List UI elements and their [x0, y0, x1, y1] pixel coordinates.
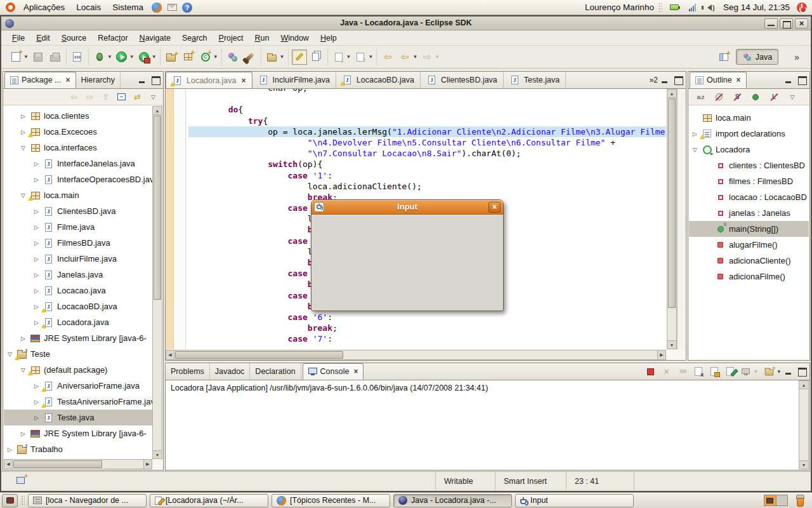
outline-item[interactable]: main(String[])	[689, 221, 809, 237]
open-type-icon[interactable]	[225, 50, 240, 65]
maximize-button[interactable]	[780, 18, 793, 29]
editor-tab-ClientesBD.java[interactable]: ClientesBD.java	[421, 72, 504, 88]
expand-arrow-icon[interactable]: ▷	[6, 446, 13, 453]
debug-icon[interactable]	[92, 50, 107, 65]
view-menu-icon[interactable]: ▽	[148, 92, 158, 102]
show-desktop-button[interactable]	[2, 494, 18, 507]
new-package-icon[interactable]	[181, 50, 196, 65]
outline-item[interactable]: adicionaFilme()	[689, 269, 809, 284]
outline-item[interactable]: ▽Locadora	[689, 142, 809, 157]
new-wizard-icon[interactable]	[8, 50, 23, 65]
menu-navigate[interactable]: Navigate	[134, 34, 176, 43]
outline-item[interactable]: filmes : FilmesBD	[689, 173, 809, 189]
package-explorer-item[interactable]: ▷AniversarioFrame.java	[4, 378, 152, 394]
tab-declaration[interactable]: Declaration	[250, 363, 301, 380]
tab-problems[interactable]: Problems	[166, 363, 210, 380]
gnome-menu-locais[interactable]: Locais	[70, 0, 107, 15]
view-menu-icon[interactable]: ▽	[788, 92, 797, 102]
binary-file-icon[interactable]	[70, 50, 85, 65]
expand-arrow-icon[interactable]: ▷	[33, 399, 40, 405]
maximize-view-icon[interactable]	[797, 76, 806, 84]
gnome-menu-aplicações[interactable]: Aplicações	[18, 0, 70, 15]
expand-arrow-icon[interactable]: ▷	[691, 131, 698, 137]
dialog-close-icon[interactable]: ×	[488, 202, 501, 213]
package-explorer-item[interactable]: ▷Locadora.java	[4, 314, 152, 330]
network-signal-icon[interactable]	[688, 4, 697, 11]
search-icon[interactable]	[242, 50, 258, 65]
editor-tab-LocacaoBD.java[interactable]: LocacaoBD.java	[336, 72, 421, 88]
scroll-lock-icon[interactable]	[709, 366, 719, 377]
minimize-button[interactable]	[764, 18, 778, 29]
menu-refactor[interactable]: Refactor	[92, 34, 133, 43]
external-tools-icon[interactable]	[136, 50, 152, 65]
minimize-view-icon[interactable]	[660, 76, 669, 84]
hide-local-types-icon[interactable]	[769, 92, 779, 102]
ubuntu-logo-icon[interactable]	[4, 2, 16, 13]
previous-annotation-icon[interactable]	[353, 50, 368, 65]
volume-icon[interactable]: )	[705, 2, 717, 13]
maximize-view-icon[interactable]	[151, 76, 160, 84]
expand-arrow-icon[interactable]: ▷	[33, 256, 40, 262]
expand-arrow-icon[interactable]: ▷	[20, 113, 27, 119]
perspective-java-button[interactable]: Java	[736, 49, 778, 65]
package-explorer-item[interactable]: ▷Teste.java	[4, 410, 152, 425]
expand-arrow-icon[interactable]: ▷	[33, 272, 40, 278]
trash-icon[interactable]	[795, 495, 806, 507]
expand-arrow-icon[interactable]: ▷	[33, 240, 40, 246]
console-output[interactable]: Locadora [Java Application] /usr/lib/jvm…	[166, 380, 799, 469]
outline-item[interactable]: locacao : LocacaoBD	[689, 189, 809, 205]
shutdown-icon[interactable]	[796, 2, 808, 13]
dialog-body[interactable]	[312, 215, 502, 310]
minimize-view-icon[interactable]	[784, 76, 793, 84]
package-explorer-item[interactable]: ▷Janelas.java	[4, 267, 152, 283]
last-edit-location-icon[interactable]	[380, 50, 395, 65]
package-explorer-item[interactable]: ▷loca.Excecoes	[4, 124, 152, 140]
help-launcher-icon[interactable]	[181, 2, 193, 13]
mark-occurrences-icon[interactable]	[292, 50, 307, 65]
menu-project[interactable]: Project	[213, 34, 249, 43]
collapse-arrow-icon[interactable]: ▽	[20, 192, 27, 199]
expand-arrow-icon[interactable]: ▷	[33, 304, 40, 310]
terminate-icon[interactable]	[646, 366, 655, 377]
menu-help[interactable]: Help	[315, 34, 343, 43]
logged-user[interactable]: Lourenço Marinho	[585, 3, 654, 12]
editor-tab-Locadora.java[interactable]: Locadora.java×	[166, 72, 252, 88]
close-icon[interactable]: ×	[66, 76, 70, 84]
tab-hierarchy[interactable]: Hierarchy	[76, 72, 121, 88]
package-explorer-item[interactable]: ▷Filme.java	[4, 219, 152, 235]
new-class-icon[interactable]	[198, 50, 213, 65]
pin-console-icon[interactable]	[725, 366, 735, 377]
outline-item[interactable]: janelas : Janelas	[689, 205, 809, 221]
close-icon[interactable]: ×	[737, 76, 741, 84]
hide-non-public-icon[interactable]	[751, 92, 761, 102]
next-annotation-icon[interactable]	[331, 50, 346, 65]
package-explorer-item[interactable]: ▷IncluirFilme.java	[4, 251, 152, 267]
outline-item[interactable]: ▷import declarations	[689, 126, 809, 142]
taskbar-button-ff[interactable]: [Tópicos Recentes - M...	[272, 494, 390, 507]
battery-icon[interactable]	[669, 2, 680, 13]
package-explorer-item[interactable]: ▷TestaAniversarioFrame.java	[4, 394, 152, 410]
tab-package-explorer[interactable]: Package ... ×	[4, 72, 76, 88]
outline-item[interactable]: clientes : ClientesBD	[689, 157, 809, 173]
expand-arrow-icon[interactable]: ▷	[33, 161, 40, 167]
toolbar-overflow-chevron[interactable]: »	[794, 52, 799, 62]
clear-console-icon[interactable]	[693, 366, 703, 377]
expand-arrow-icon[interactable]: ▷	[20, 129, 27, 135]
close-icon[interactable]: ×	[242, 77, 246, 84]
taskbar-button-java[interactable]: Input	[515, 494, 634, 507]
expand-arrow-icon[interactable]: ▷	[33, 224, 40, 231]
firefox-launcher-icon[interactable]	[151, 2, 162, 13]
package-explorer-item[interactable]: ▷Locacao.java	[4, 283, 152, 298]
clock[interactable]: Seg 14 Jul, 21:35	[723, 3, 790, 12]
outline-item[interactable]: loca.main	[689, 110, 809, 126]
close-button[interactable]	[795, 18, 808, 29]
package-explorer-vscrollbar[interactable]: ▲▼	[152, 106, 162, 459]
expand-arrow-icon[interactable]: ▷	[33, 208, 40, 215]
expand-arrow-icon[interactable]: ▷	[20, 335, 27, 342]
mail-launcher-icon[interactable]	[166, 2, 178, 13]
new-java-project-icon[interactable]	[164, 50, 179, 65]
collapse-arrow-icon[interactable]: ▽	[20, 145, 27, 151]
editor-tab-Teste.java[interactable]: Teste.java	[504, 72, 566, 88]
package-explorer-item[interactable]: ▷Trabalho	[4, 441, 152, 457]
tab-console[interactable]: Console×	[303, 363, 364, 380]
